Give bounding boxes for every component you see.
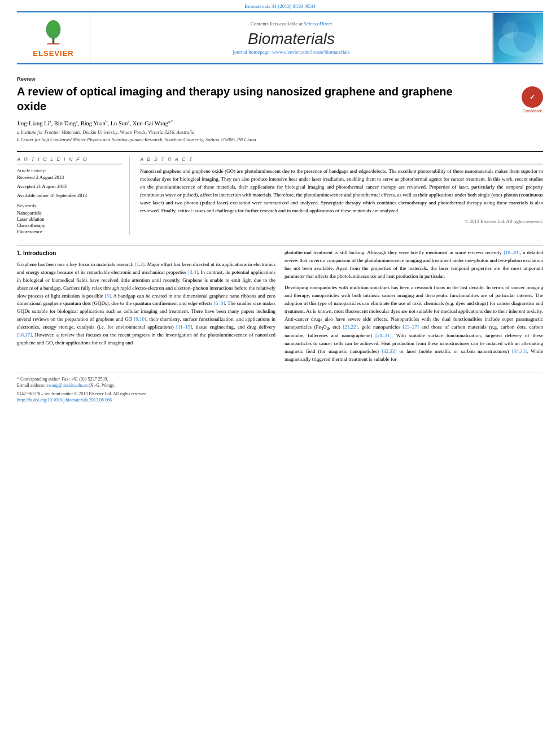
ref-1-2[interactable]: [1,2]: [135, 261, 145, 267]
issn-area: 0142-9612/$ – see front matter © 2013 El…: [17, 391, 543, 403]
svg-rect-3: [47, 43, 60, 45]
accepted-date: Accepted 21 August 2013: [17, 184, 123, 189]
keyword-4: Fluorescence: [17, 229, 123, 234]
journal-homepage-line: journal homepage: www.elsevier.com/locat…: [233, 49, 350, 55]
journal-thumbnail-box: Biomaterials: [492, 12, 543, 63]
elsevier-logo-icon: [38, 18, 69, 49]
ref-21-22[interactable]: [21,22]: [343, 324, 357, 330]
footer-area: * Corresponding author. Fax: +61 (0)3 52…: [17, 373, 543, 403]
journal-meta-bar: Biomaterials 34 (2013) 9519–9534: [0, 0, 560, 11]
email-line: E-mail address: xwang@deakin.edu.au (X.-…: [17, 383, 543, 388]
elsevier-brand-text: ELSEVIER: [33, 49, 73, 58]
corresponding-note: * Corresponding author. Fax: +61 (0)3 52…: [17, 377, 543, 382]
email-address[interactable]: xwang@deakin.edu.au: [46, 383, 88, 388]
crossmark-label: CrossMark: [522, 109, 543, 113]
ref-18-20[interactable]: [18–20]: [504, 250, 520, 255]
keywords-header: Keywords:: [17, 203, 123, 208]
title-area: ✓ CrossMark A review of optical imaging …: [17, 84, 543, 113]
elsevier-logo-box: ELSEVIER: [17, 12, 90, 63]
ref-3-4[interactable]: [3,4]: [188, 269, 198, 275]
ref-9-10[interactable]: [9,10]: [134, 316, 146, 322]
ref-28-31[interactable]: [28–31]: [375, 333, 392, 338]
journal-center: Contents lists available at ScienceDirec…: [90, 12, 492, 63]
thumbnail-svg: [493, 13, 543, 63]
svg-point-7: [502, 21, 519, 38]
section-label-area: Review: [17, 76, 543, 82]
thermal-text: thermal: [331, 356, 347, 362]
author-bt: Bin Tang: [54, 120, 76, 126]
journal-title-main: Biomaterials: [248, 30, 335, 48]
author-jll: Jing-Liang Li: [17, 120, 49, 126]
ref-34-35[interactable]: [34,35]: [512, 348, 527, 354]
article-info-col: A R T I C L E I N F O Article history: R…: [17, 156, 130, 235]
received-date: Received 2 August 2013: [17, 174, 123, 180]
ref-5[interactable]: [5]: [104, 293, 111, 299]
affiliation-a: a Institute for Frontier Materials, Deak…: [17, 129, 543, 136]
author-ls: Lu Sun: [111, 120, 128, 126]
abstract-text: Nanosized graphene and graphene oxide (G…: [140, 168, 543, 215]
author-xgw: Xun-Gai Wang: [133, 120, 168, 126]
ref-11-15[interactable]: [11–15]: [176, 324, 192, 330]
abstract-copyright: © 2013 Elsevier Ltd. All rights reserved…: [140, 219, 543, 224]
intro-para-1: Graphene has been one a key focus in mat…: [17, 261, 275, 347]
issn-line: 0142-9612/$ – see front matter © 2013 El…: [17, 391, 543, 396]
article-content: Review ✓ CrossMark A review of optical i…: [0, 64, 560, 367]
ref-16-17[interactable]: [16,17]: [17, 332, 32, 338]
available-date: Available online 10 September 2013: [17, 193, 123, 198]
email-note: (X.-G. Wang).: [89, 383, 115, 388]
homepage-link[interactable]: journal homepage: www.elsevier.com/locat…: [233, 49, 350, 55]
affiliation-b: b Center for Soft Condensed Matter Physi…: [17, 137, 543, 143]
intro-para-2: photothermal treatment is still lacking.…: [285, 249, 543, 281]
keyword-3: Chemotherapy: [17, 222, 123, 228]
intro-heading: 1. Introduction: [17, 249, 275, 258]
article-info-header: A R T I C L E I N F O: [17, 156, 123, 164]
body-col-left: 1. Introduction Graphene has been one a …: [17, 249, 275, 367]
article-section-label: Review: [17, 76, 543, 82]
ref-6-8[interactable]: [6–8]: [214, 300, 225, 306]
body-two-col: 1. Introduction Graphene has been one a …: [17, 245, 543, 367]
abstract-header: A B S T R A C T: [140, 156, 543, 164]
body-col-right: photothermal treatment is still lacking.…: [285, 249, 543, 367]
article-title: A review of optical imaging and therapy …: [17, 84, 480, 113]
journal-ref: Biomaterials 34 (2013) 9519–9534: [244, 3, 316, 9]
sciencedirect-line: Contents lists available at ScienceDirec…: [251, 21, 333, 27]
sciencedirect-link[interactable]: ScienceDirect: [304, 21, 332, 27]
intro-para-3: Developing nanoparticles with multifunct…: [285, 284, 543, 364]
ref-23-27[interactable]: [23–27]: [403, 324, 419, 330]
page-container: Biomaterials 34 (2013) 9519–9534 ELSEVIE…: [0, 0, 560, 403]
authors-line: Jing-Liang Lia, Bin Tanga, Bing Yuanb, L…: [17, 119, 543, 126]
article-info-abstract-area: A R T I C L E I N F O Article history: R…: [17, 151, 543, 235]
keyword-1: Nanoparticle: [17, 210, 123, 216]
crossmark-icon[interactable]: ✓: [522, 86, 543, 108]
journal-header: ELSEVIER Contents lists available at Sci…: [17, 11, 543, 64]
keyword-2: Laser ablation: [17, 216, 123, 222]
author-by: Bing Yuan: [81, 120, 106, 126]
abstract-col: A B S T R A C T Nanosized graphene and g…: [140, 156, 543, 235]
crossmark-container: ✓ CrossMark: [522, 86, 543, 113]
journal-thumbnail-image: Biomaterials: [493, 13, 543, 63]
doi-link[interactable]: http://dx.doi.org/10.1016/j.biomaterials…: [17, 397, 543, 403]
svg-point-2: [49, 22, 58, 34]
email-label: E-mail address:: [17, 383, 45, 388]
ref-32-33[interactable]: [32,33]: [382, 348, 396, 354]
history-label: Article history:: [17, 168, 123, 173]
